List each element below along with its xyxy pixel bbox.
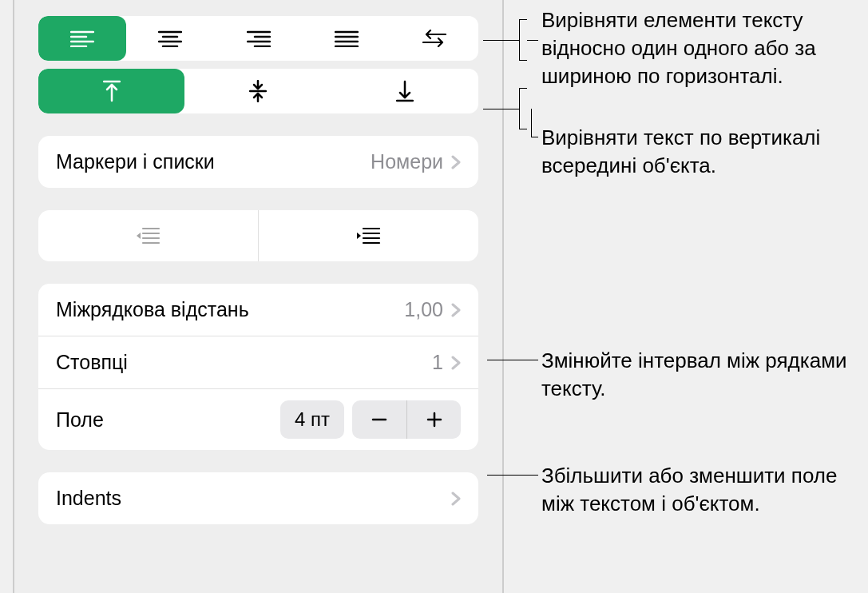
margin-stepper <box>352 400 461 439</box>
callout-bracket-horiz <box>519 19 527 61</box>
valign-bottom-button[interactable] <box>331 69 478 113</box>
bullets-card: Маркери і списки Номери <box>38 136 478 188</box>
valign-middle-icon <box>249 80 267 102</box>
spacing-card: Міжрядкова відстань 1,00 Стовпці 1 Поле … <box>38 284 478 450</box>
line-spacing-row[interactable]: Міжрядкова відстань 1,00 <box>38 284 478 336</box>
align-left-button[interactable] <box>38 16 126 61</box>
margin-value[interactable]: 4 пт <box>280 400 344 439</box>
chevron-right-icon <box>451 303 461 317</box>
margin-increase-button[interactable] <box>406 400 461 439</box>
line-spacing-label: Міжрядкова відстань <box>56 298 249 321</box>
margin-decrease-button[interactable] <box>352 400 406 439</box>
align-center-button[interactable] <box>126 16 214 61</box>
align-center-icon <box>158 30 182 47</box>
bullets-value: Номери <box>371 150 443 173</box>
indents-card: Indents <box>38 472 478 524</box>
valign-top-button[interactable] <box>38 69 184 113</box>
indent-button[interactable] <box>258 210 478 261</box>
outdent-button[interactable] <box>38 210 258 261</box>
align-right-button[interactable] <box>214 16 302 61</box>
annotation-line-spacing: Змінюйте інтервал між рядками тексту. <box>541 347 861 403</box>
indents-row[interactable]: Indents <box>38 472 478 524</box>
valign-top-icon <box>103 80 121 102</box>
outdent-icon <box>137 226 161 245</box>
annotation-margin: Збільшити або зменшити поле між текстом … <box>541 462 861 518</box>
minus-icon <box>371 411 388 428</box>
callout-leader-vert <box>483 109 519 109</box>
svg-marker-29 <box>137 233 141 239</box>
annotation-vert-align: Вирівняти текст по вертикалі всередині о… <box>541 124 861 180</box>
callout-leader-horiz <box>483 40 519 41</box>
horizontal-alignment-group <box>38 16 478 61</box>
callout-bracket-vert <box>519 88 527 129</box>
chevron-right-icon <box>451 492 461 506</box>
format-panel: Маркери і списки Номери <box>13 0 504 593</box>
callout-leader-vert-up <box>531 109 532 137</box>
align-right-icon <box>247 30 271 47</box>
valign-bottom-icon <box>396 80 414 102</box>
indent-group <box>38 210 478 261</box>
indent-icon <box>357 226 381 245</box>
line-spacing-value: 1,00 <box>404 298 443 321</box>
callout-leader-horiz-right <box>527 40 538 41</box>
bullets-label: Маркери і списки <box>56 150 215 173</box>
indents-chevron-wrap <box>451 492 461 506</box>
margin-label: Поле <box>56 408 104 432</box>
align-justify-icon <box>335 30 359 47</box>
callout-leader-spacing <box>487 360 538 360</box>
chevron-right-icon <box>451 155 461 169</box>
callout-leader-vert-right <box>531 137 538 137</box>
margin-row: Поле 4 пт <box>38 388 478 450</box>
margin-controls: 4 пт <box>280 400 461 439</box>
bullets-value-wrap: Номери <box>371 150 461 173</box>
columns-value-wrap: 1 <box>432 351 461 374</box>
valign-middle-button[interactable] <box>184 69 331 113</box>
annotation-horiz-align: Вирівняти елементи тексту відносно один … <box>541 6 861 90</box>
chevron-right-icon <box>451 356 461 370</box>
vertical-alignment-group <box>38 69 478 113</box>
plus-icon <box>426 411 443 428</box>
bidi-arrows-icon <box>422 30 446 47</box>
columns-value: 1 <box>432 351 443 374</box>
indents-label: Indents <box>56 487 121 510</box>
line-spacing-value-wrap: 1,00 <box>404 298 461 321</box>
columns-label: Стовпці <box>56 351 128 374</box>
bullets-row[interactable]: Маркери і списки Номери <box>38 136 478 188</box>
align-left-icon <box>70 30 94 47</box>
align-direction-button[interactable] <box>390 16 478 61</box>
svg-marker-34 <box>357 233 361 239</box>
columns-row[interactable]: Стовпці 1 <box>38 336 478 388</box>
align-justify-button[interactable] <box>303 16 390 61</box>
callout-leader-margin <box>487 475 538 476</box>
